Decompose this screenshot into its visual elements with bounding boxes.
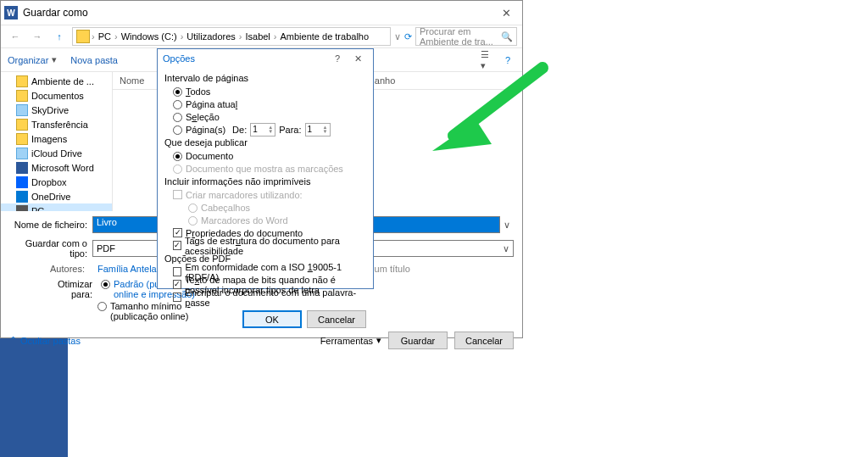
- tree-item[interactable]: Dropbox: [1, 175, 112, 189]
- range-selection-radio[interactable]: [173, 113, 182, 122]
- organize-menu[interactable]: Organizar ▾: [8, 54, 57, 65]
- nav-row: ← → ↑ › PC› Windows (C:)› Utilizadores› …: [1, 25, 522, 48]
- nav-forward-icon[interactable]: →: [28, 27, 47, 46]
- word-app-icon: W: [4, 6, 18, 20]
- publish-group: Que deseja publicar: [164, 137, 366, 148]
- folder-tree[interactable]: Ambiente de ...DocumentosSkyDriveTransfe…: [1, 72, 113, 211]
- options-ok-button[interactable]: OK: [242, 310, 302, 328]
- tree-item[interactable]: Transferência: [1, 117, 112, 131]
- tree-item[interactable]: Microsoft Word: [1, 160, 112, 175]
- nonprint-group: Incluir informações não imprimíveis: [164, 176, 366, 187]
- page-from-spin[interactable]: 1▲▼: [250, 123, 275, 137]
- help-icon[interactable]: ?: [500, 53, 515, 68]
- range-pages-radio[interactable]: [173, 125, 182, 135]
- publish-document-radio[interactable]: [173, 152, 182, 161]
- options-help-icon[interactable]: ?: [327, 50, 348, 67]
- search-input[interactable]: Procurar em Ambiente de tra... 🔍: [415, 27, 517, 46]
- pc-icon: [16, 205, 28, 212]
- authors-label: Autores:: [50, 264, 97, 274]
- onedrive-icon: [16, 191, 28, 203]
- hide-folders-toggle[interactable]: ⌃Ocultar pastas: [9, 335, 81, 346]
- tree-item[interactable]: Imagens: [1, 131, 112, 146]
- nav-up-icon[interactable]: ↑: [50, 27, 69, 46]
- refresh-icon[interactable]: ⟳: [404, 31, 412, 42]
- docprops-check[interactable]: [173, 228, 182, 237]
- nav-back-icon[interactable]: ←: [6, 27, 25, 46]
- range-current-radio[interactable]: [173, 100, 182, 109]
- range-all-radio[interactable]: [173, 87, 182, 97]
- options-close-icon[interactable]: ✕: [348, 50, 368, 67]
- folder-icon: [16, 133, 28, 145]
- cloud-icon: [16, 148, 28, 159]
- options-cancel-button[interactable]: Cancelar: [307, 310, 366, 328]
- cloud-icon: [16, 104, 28, 116]
- folder-icon: [16, 90, 28, 102]
- tree-item[interactable]: iCloud Drive: [1, 146, 112, 160]
- optimize-label: Otimizar para:: [45, 279, 97, 299]
- bookmarks-word-radio: [188, 216, 198, 226]
- options-titlebar: Opções ? ✕: [158, 49, 373, 68]
- encrypt-check[interactable]: [173, 293, 181, 302]
- tree-item[interactable]: OneDrive: [1, 189, 112, 203]
- tree-item[interactable]: PC: [1, 203, 112, 211]
- new-folder-button[interactable]: Nova pasta: [70, 55, 118, 65]
- optimize-standard-radio[interactable]: [101, 280, 110, 289]
- iso-check[interactable]: [173, 267, 181, 276]
- cancel-button[interactable]: Cancelar: [454, 332, 514, 349]
- options-dialog: Opções ? ✕ Intervalo de páginas Todos Pá…: [157, 48, 374, 289]
- view-options-icon[interactable]: ☰ ▾: [480, 53, 495, 68]
- save-button[interactable]: Guardar: [388, 332, 448, 349]
- close-icon[interactable]: ✕: [493, 3, 519, 22]
- optimize-minimum-radio[interactable]: [97, 302, 107, 311]
- page-range-group: Intervalo de páginas: [164, 73, 366, 83]
- tree-item[interactable]: Documentos: [1, 88, 112, 103]
- dropbox-icon: [16, 176, 28, 188]
- bitmap-check[interactable]: [173, 280, 181, 289]
- folder-icon: [16, 75, 28, 87]
- tools-menu[interactable]: Ferramentas▾: [320, 335, 381, 346]
- pc-drive-icon: [76, 30, 90, 43]
- bookmarks-headings-radio: [188, 203, 198, 213]
- tree-item[interactable]: SkyDrive: [1, 103, 112, 117]
- search-icon: 🔍: [501, 31, 513, 42]
- tags-check[interactable]: [173, 241, 181, 250]
- publish-markup-radio: [173, 164, 182, 174]
- tree-item[interactable]: Ambiente de ...: [1, 74, 112, 88]
- savetype-label: Guardar com o tipo:: [9, 238, 92, 259]
- bookmarks-check: [173, 190, 182, 199]
- folder-icon: [16, 119, 28, 131]
- save-as-title: Guardar como: [23, 7, 88, 19]
- save-as-titlebar: W Guardar como ✕: [1, 1, 522, 25]
- filename-label: Nome de ficheiro:: [9, 220, 92, 230]
- breadcrumb[interactable]: › PC› Windows (C:)› Utilizadores› Isabel…: [72, 27, 391, 46]
- options-title: Opções: [163, 53, 195, 64]
- word-icon: [16, 162, 28, 174]
- page-to-spin[interactable]: 1▲▼: [305, 123, 331, 137]
